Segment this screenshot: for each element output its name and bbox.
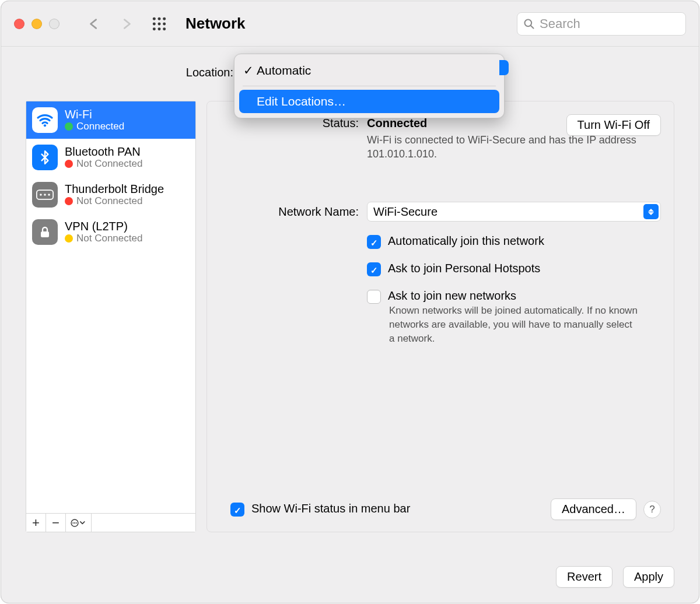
nav-buttons <box>88 17 133 30</box>
window-controls <box>14 19 60 29</box>
minimize-window-button[interactable] <box>32 19 42 29</box>
bluetooth-icon <box>32 145 58 170</box>
sidebar-item-thunderbolt-bridge[interactable]: Thunderbolt Bridge Not Connected <box>26 176 195 213</box>
sidebar-item-label: Thunderbolt Bridge <box>65 182 164 195</box>
lock-icon <box>32 219 58 245</box>
svg-point-19 <box>74 522 75 523</box>
status-dot-icon <box>65 197 73 205</box>
network-name-label: Network Name: <box>254 205 359 219</box>
ask-new-note: Known networks will be joined automatica… <box>389 304 640 345</box>
network-name-value: WiFi-Secure <box>373 205 438 219</box>
status-value: Connected <box>367 117 427 130</box>
network-name-popup[interactable]: WiFi-Secure <box>367 202 661 222</box>
sidebar-item-label: Bluetooth PAN <box>65 145 142 158</box>
close-window-button[interactable] <box>14 19 24 29</box>
ask-new-checkbox-row[interactable]: Ask to join new networks <box>367 289 661 304</box>
svg-rect-16 <box>41 231 49 237</box>
auto-join-checkbox-row[interactable]: Automatically join this network <box>367 234 661 249</box>
sidebar-item-label: VPN (L2TP) <box>65 220 142 233</box>
checkbox-icon <box>367 235 381 249</box>
sidebar-item-vpn[interactable]: VPN (L2TP) Not Connected <box>26 213 195 251</box>
svg-point-13 <box>40 194 42 196</box>
forward-button[interactable] <box>120 17 133 30</box>
sidebar-item-label: Wi-Fi <box>65 108 124 121</box>
svg-point-14 <box>44 194 46 196</box>
svg-point-0 <box>153 17 156 20</box>
checkbox-icon <box>367 262 381 276</box>
turn-wifi-off-button[interactable]: Turn Wi-Fi Off <box>566 114 661 136</box>
svg-point-3 <box>153 22 156 25</box>
svg-point-5 <box>163 22 166 25</box>
svg-point-11 <box>44 124 46 127</box>
show-all-icon[interactable] <box>152 16 167 31</box>
menu-separator <box>243 86 496 86</box>
titlebar: Network Search <box>1 1 699 47</box>
page-title: Network <box>186 15 246 33</box>
status-dot-icon <box>65 160 73 168</box>
remove-interface-button[interactable]: − <box>46 514 66 532</box>
bottom-button-bar: Revert Apply <box>556 566 674 588</box>
wifi-icon <box>32 107 58 133</box>
interface-settings-panel: Status: Connected Wi-Fi is connected to … <box>206 101 674 532</box>
checkbox-icon <box>230 503 244 517</box>
svg-point-6 <box>153 27 156 30</box>
search-icon <box>523 18 535 30</box>
svg-point-4 <box>158 22 161 25</box>
status-description: Wi-Fi is connected to WiFi-Secure and ha… <box>367 133 661 161</box>
add-interface-button[interactable]: + <box>26 514 46 532</box>
checkbox-icon <box>367 290 381 304</box>
svg-point-8 <box>163 27 166 30</box>
interfaces-sidebar: Wi-Fi Connected Bluetooth PAN Not Connec… <box>26 101 196 532</box>
apply-button[interactable]: Apply <box>623 566 674 588</box>
location-dropdown-menu: ✓ Automatic Edit Locations… <box>234 54 505 118</box>
sidebar-footer: + − <box>26 513 195 532</box>
back-button[interactable] <box>88 17 100 30</box>
search-field[interactable]: Search <box>517 12 686 36</box>
thunderbolt-bridge-icon <box>32 182 58 208</box>
advanced-button[interactable]: Advanced… <box>551 498 636 520</box>
location-menu-item-edit[interactable]: Edit Locations… <box>239 90 499 113</box>
checkbox-label: Show Wi-Fi status in menu bar <box>251 502 410 515</box>
location-menu-item-automatic[interactable]: ✓ Automatic <box>239 59 499 82</box>
search-placeholder: Search <box>540 16 580 31</box>
ask-hotspot-checkbox-row[interactable]: Ask to join Personal Hotspots <box>367 262 661 276</box>
status-dot-icon <box>65 122 73 131</box>
svg-point-1 <box>158 17 161 20</box>
help-button[interactable]: ? <box>643 501 661 518</box>
show-menubar-checkbox-row[interactable]: Show Wi-Fi status in menu bar <box>230 502 410 517</box>
svg-point-15 <box>48 194 50 196</box>
svg-point-7 <box>158 27 161 30</box>
checkbox-label: Ask to join new networks <box>388 289 516 303</box>
svg-point-20 <box>75 522 76 523</box>
svg-point-18 <box>72 522 74 523</box>
sidebar-item-wifi[interactable]: Wi-Fi Connected <box>26 101 195 139</box>
checkbox-label: Automatically join this network <box>388 234 544 248</box>
status-dot-icon <box>65 234 73 243</box>
status-label: Status: <box>271 117 359 130</box>
sidebar-item-bluetooth-pan[interactable]: Bluetooth PAN Not Connected <box>26 139 195 176</box>
svg-line-10 <box>531 25 534 28</box>
location-label: Location: <box>181 66 233 79</box>
network-prefs-window: Network Search Location: Wi-Fi Connected <box>1 1 699 603</box>
popup-indicator-icon <box>499 60 509 75</box>
checkmark-icon: ✓ <box>243 64 254 78</box>
popup-caret-icon <box>643 204 659 219</box>
svg-point-2 <box>163 17 166 20</box>
checkbox-label: Ask to join Personal Hotspots <box>388 262 540 275</box>
more-actions-button[interactable] <box>66 514 92 532</box>
revert-button[interactable]: Revert <box>556 566 612 588</box>
zoom-window-button[interactable] <box>49 19 60 29</box>
